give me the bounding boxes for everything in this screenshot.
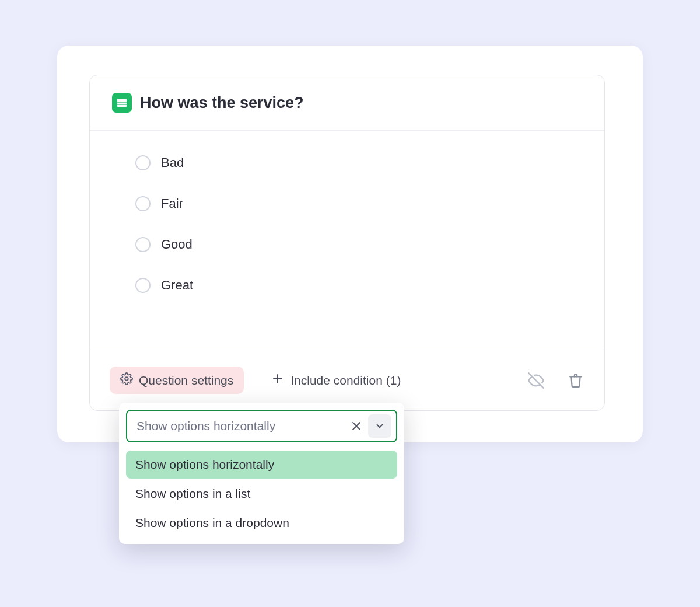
gear-icon <box>120 372 133 388</box>
combobox-value: Show options horizontally <box>136 419 345 433</box>
radio-icon <box>135 278 150 293</box>
radio-option[interactable]: Bad <box>135 155 559 170</box>
svg-rect-2 <box>117 104 127 105</box>
question-type-icon <box>112 93 132 113</box>
settings-dropdown-panel: Show options horizontally Show options h… <box>119 403 404 544</box>
dropdown-option-label: Show options in a dropdown <box>135 516 289 529</box>
dropdown-option[interactable]: Show options horizontally <box>126 451 397 479</box>
dropdown-options-list: Show options horizontally Show options i… <box>126 451 397 537</box>
radio-option[interactable]: Great <box>135 278 559 293</box>
include-condition-label: Include condition (1) <box>290 374 401 388</box>
question-title[interactable]: How was the service? <box>140 94 304 112</box>
question-footer: Question settings Include condition (1) <box>90 350 604 410</box>
chevron-down-icon[interactable] <box>368 414 391 438</box>
svg-point-3 <box>125 377 128 381</box>
question-card: How was the service? Bad Fair Good Great <box>89 75 605 411</box>
visibility-toggle-button[interactable] <box>527 372 545 389</box>
radio-icon <box>135 237 150 252</box>
radio-label: Great <box>161 278 193 293</box>
dropdown-option-label: Show options in a list <box>135 487 250 500</box>
delete-button[interactable] <box>567 372 584 389</box>
svg-rect-0 <box>117 99 127 107</box>
radio-label: Good <box>161 237 192 252</box>
question-header: How was the service? <box>90 75 604 131</box>
dropdown-option-label: Show options horizontally <box>135 458 274 471</box>
question-settings-label: Question settings <box>139 374 233 388</box>
radio-option[interactable]: Good <box>135 237 559 252</box>
dropdown-option[interactable]: Show options in a dropdown <box>126 509 397 537</box>
question-settings-button[interactable]: Question settings <box>110 367 244 394</box>
radio-option[interactable]: Fair <box>135 196 559 211</box>
svg-rect-1 <box>117 102 127 103</box>
clear-icon[interactable] <box>349 419 363 433</box>
dropdown-option[interactable]: Show options in a list <box>126 480 397 508</box>
display-mode-combobox[interactable]: Show options horizontally <box>126 410 397 442</box>
radio-label: Fair <box>161 196 183 211</box>
radio-icon <box>135 155 150 170</box>
plus-icon <box>271 372 285 389</box>
radio-icon <box>135 196 150 211</box>
include-condition-button[interactable]: Include condition (1) <box>260 366 411 395</box>
editor-canvas: How was the service? Bad Fair Good Great <box>57 46 643 442</box>
radio-label: Bad <box>161 155 184 170</box>
options-area: Bad Fair Good Great <box>90 131 604 330</box>
